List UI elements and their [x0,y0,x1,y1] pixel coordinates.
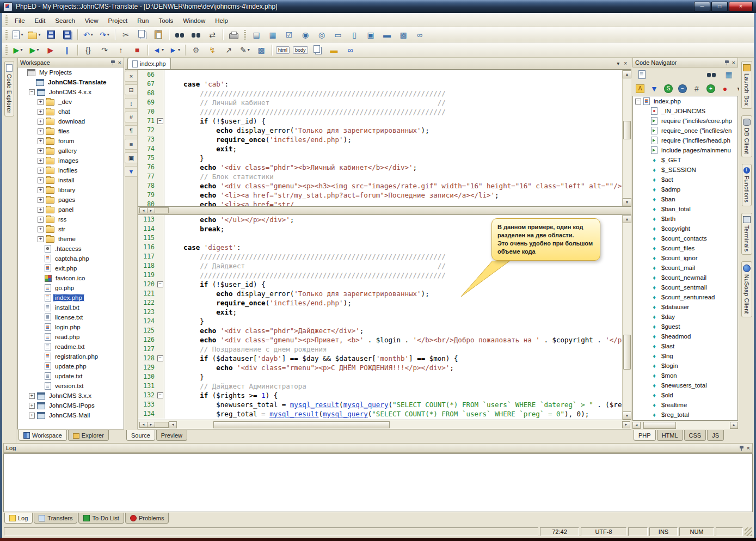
show-statics-button[interactable]: S [662,83,674,94]
pin-icon[interactable] [739,445,744,451]
tree-item-install[interactable]: +install [18,175,124,185]
code-text[interactable]: exit; [164,144,622,153]
print-button[interactable] [226,28,241,41]
expand-toggle[interactable]: + [38,109,44,115]
scroll-thumb[interactable] [213,421,390,428]
code-text[interactable]: require_once('incfiles/end.php'); [164,298,622,308]
expand-toggle[interactable]: + [38,148,44,154]
code-text[interactable]: case 'cab': [164,79,622,89]
mini-right-icon[interactable]: ► [147,208,155,213]
tree-item-lng[interactable]: ♦$lng [633,351,737,361]
code-text[interactable]: // Личный кабинет // [164,98,622,107]
editor-pane-top[interactable]: 6667 case 'cab':68 /////////////////////… [138,70,631,206]
code-text[interactable]: echo '<div class="gmenu"><p>Привет, <b>'… [164,335,622,345]
scroll-up-icon[interactable]: ▲ [623,215,631,223]
expand-toggle[interactable]: + [38,197,44,203]
expand-toggle[interactable]: + [29,393,35,399]
maximize-button[interactable]: □ [711,2,728,11]
tree-item-index-php[interactable]: index.php [18,293,124,303]
insert-select-button[interactable]: ▭ [330,28,346,41]
lang-tab-js[interactable]: JS [707,430,724,441]
navigator-horizontal-scrollbar[interactable]: ◄ ► [632,421,738,429]
paste-button[interactable] [151,28,166,41]
tree-item-johncms-mail[interactable]: +JohnCMS-Mail [18,410,124,420]
tree-item-download[interactable]: +download [18,116,124,126]
tree-item-count-newmail[interactable]: ♦$count_newmail [633,273,737,282]
sort-alpha-button[interactable]: A [634,83,646,94]
close-split-button[interactable]: × [125,71,138,82]
debug-tools-button[interactable]: ↯ [205,44,220,57]
insert-picture-button[interactable]: ▩ [254,44,269,57]
tree-item-admp[interactable]: ♦$admp [633,185,737,194]
tree-item-ban-total[interactable]: ♦$ban_total [633,204,737,214]
tree-item-htaccess[interactable]: .htaccess [18,244,124,254]
run-debugger-button[interactable]: ▶▾ [27,44,42,57]
tree-item-day[interactable]: ♦$day [633,312,737,322]
tree-item-johncms-3-x-x[interactable]: +JohnCMS 3.x.x [18,391,124,401]
tab-list-button[interactable]: ▾ [617,60,619,66]
mode-tab-source[interactable]: Source [126,430,155,441]
tree-item-theme[interactable]: +theme [18,234,124,244]
step-into-button[interactable]: {} [81,44,96,57]
body-tag-button[interactable]: body [292,44,309,57]
tree-item-old[interactable]: ♦$old [633,390,737,400]
tree-item-session[interactable]: ♦$_SESSION [633,165,737,175]
mini-left-icon[interactable]: ◄ [140,422,147,427]
dock-tab-terminals[interactable]: Terminals [741,213,752,255]
tree-item-registration-php[interactable]: registration.php [18,352,124,361]
tree-item-johncms-4-x-x[interactable]: −JohnCMS 4.x.x [18,87,124,97]
code-text[interactable]: if (!$user_id) { [164,280,622,289]
expand-toggle[interactable]: + [29,403,35,409]
insert-checkbox-button[interactable]: ☑ [281,28,297,41]
tree-item-str[interactable]: +str [18,224,124,234]
tree-item-incfiles[interactable]: +incfiles [18,165,124,175]
tree-item-version-txt[interactable]: version.txt [18,381,124,391]
code-text[interactable]: // Дайджест Администратора [164,382,622,391]
expand-toggle[interactable]: + [38,119,44,125]
tree-item-favicon-ico[interactable]: favicon.ico [18,273,124,283]
tree-item-dev[interactable]: +_dev [18,97,124,107]
vertical-scrollbar-top[interactable]: ▲ ▼ [622,70,631,206]
menu-help[interactable]: Help [210,15,233,26]
code-text[interactable]: } [164,372,622,382]
find-in-files-button[interactable] [188,28,204,41]
insert-image-button[interactable]: ▩ [396,28,411,41]
scroll-thumb[interactable] [623,121,631,139]
live-update-button[interactable]: ● [719,83,731,94]
expand-toggle[interactable]: + [38,236,44,242]
code-text[interactable]: echo '<li><a href="str/ [164,200,622,206]
tree-item-count-ignor[interactable]: ♦$count_ignor [633,253,737,263]
code-text[interactable]: ////////////////////////////////////////… [164,270,622,280]
tree-item-readme-txt[interactable]: readme.txt [18,342,124,352]
nav-file-button[interactable] [634,68,649,81]
close-panel-icon[interactable]: × [118,60,121,66]
copy-button[interactable] [134,28,150,41]
tree-item-brth[interactable]: ♦$brth [633,214,737,224]
tree-item-gallery[interactable]: +gallery [18,146,124,156]
tree-item-chat[interactable]: +chat [18,107,124,116]
insert-doc-button[interactable]: ▤ [249,28,264,41]
tree-item-count-sentunread[interactable]: ♦$count_sentunread [633,292,737,302]
tree-item-update-php[interactable]: update.php [18,361,124,371]
fold-toggle[interactable]: − [157,118,163,124]
undo-button[interactable]: ↶▾ [81,28,96,41]
tree-item-newusers-total[interactable]: ♦$newusers_total [633,380,737,390]
tree-item-count-mail[interactable]: ♦$count_mail [633,263,737,273]
dock-tab-explorer[interactable]: Explorer [68,430,109,441]
log-tab-transfers[interactable]: Transfers [34,513,77,524]
insert-option-button[interactable]: ◎ [314,28,329,41]
syntax-drop-button[interactable]: ▼ [125,166,138,177]
tree-item-realtime[interactable]: ♦$realtime [633,400,737,410]
line-numbers-button[interactable]: ≡ [125,139,138,150]
log-tab-problems[interactable]: Problems [125,513,169,524]
pause-button[interactable]: ∥ [59,44,75,57]
expand-toggle[interactable]: + [38,177,44,183]
code-text[interactable]: $reg_total = mysql_result(mysql_query("S… [164,409,622,419]
code-text[interactable]: echo display_error('Только для зарегистр… [164,289,622,298]
hyperlink-button[interactable]: ∞ [343,44,358,57]
tree-item-datauser[interactable]: ♦$datauser [633,302,737,312]
mini-right-icon[interactable]: ► [147,422,155,427]
code-text[interactable]: ////////////////////////////////////////… [164,89,622,98]
code-text[interactable]: // Дайджест // [164,261,622,270]
scroll-track[interactable] [623,223,631,411]
